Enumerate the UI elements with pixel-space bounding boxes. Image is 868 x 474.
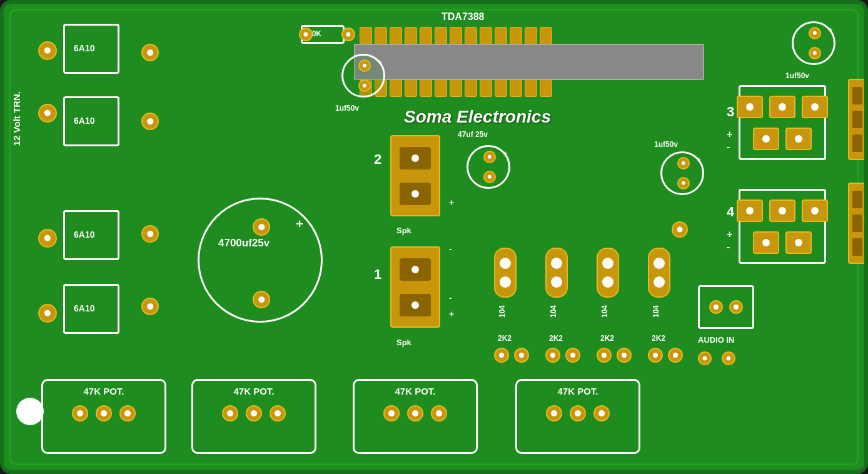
label-2k2-1: 2K2 — [498, 334, 512, 343]
ic-label: TDA7388 — [442, 11, 484, 23]
pad-2k2-1b — [514, 348, 529, 363]
spk4-plus: + — [727, 229, 732, 240]
pot-4: 47K POT. — [515, 379, 640, 454]
cap-47uf-label: 47uf 25v — [458, 130, 488, 139]
spk-3-right — [848, 79, 867, 160]
power-label: 12 Volt TRN. — [11, 91, 22, 146]
num-3: 3 — [727, 104, 734, 120]
pcb-marker — [16, 398, 44, 425]
spk-2 — [390, 135, 440, 216]
spk2-plus: + — [449, 198, 454, 208]
audio-in-conn — [698, 285, 754, 329]
ic-body — [354, 44, 704, 80]
diode-3: 6A10 — [63, 210, 119, 260]
pad-2k2-1a — [494, 348, 509, 363]
cap-104-1-label: 104 — [498, 305, 507, 318]
diode-1: 6A10 — [63, 24, 119, 74]
cap-47uf: + — [467, 145, 510, 189]
pad-2k2-4b — [668, 348, 683, 363]
pad-2k2-3b — [617, 348, 632, 363]
cap-104-4 — [648, 248, 670, 298]
spk-2-label: Spk — [396, 226, 411, 235]
pad-audio-2 — [722, 351, 735, 365]
diode-4: 6A10 — [63, 284, 119, 334]
spk3-minus: - — [727, 141, 730, 153]
cap-main-pad-minus — [253, 291, 270, 308]
pad-trimmer-l — [299, 28, 313, 41]
spk-1-label: Spk — [396, 338, 411, 347]
cap-104-3 — [597, 248, 619, 298]
cap-1uf-rm-label: 1uf50v — [654, 140, 678, 149]
audio-in-label: AUDIO IN — [698, 335, 735, 345]
ic-top-pins — [359, 26, 553, 45]
ic-bottom-pins — [359, 79, 553, 98]
pad-pwr-3 — [38, 229, 57, 248]
spk-4-area — [739, 189, 826, 264]
cap-104-1 — [494, 248, 517, 298]
spk-1 — [390, 246, 440, 328]
pad-d1r — [141, 44, 159, 61]
label-2k2-4: 2K2 — [652, 334, 665, 343]
brand-label: Soma Electronics — [404, 107, 551, 127]
cap-1uf-top: + — [341, 54, 385, 98]
label-2k2-2: 2K2 — [549, 334, 563, 343]
pad-2k2-2b — [565, 348, 580, 363]
spk-3-area — [739, 85, 826, 160]
num-4: 4 — [727, 204, 734, 220]
pad-pwr-1 — [38, 41, 57, 60]
spk-4-label: Spk — [864, 210, 868, 225]
spk3-plus: + — [727, 129, 732, 140]
cap-1uf-rt-label: 1uf50v — [785, 71, 809, 80]
pad-trimmer-r — [341, 28, 355, 41]
num-2: 2 — [374, 151, 381, 168]
diode-2: 6A10 — [63, 96, 119, 146]
cap-main: 4700uf25v + — [198, 198, 323, 323]
pad-2k2-4a — [648, 348, 663, 363]
num-1: 1 — [374, 266, 381, 283]
spk4-minus: - — [727, 241, 730, 253]
pad-d3r — [141, 225, 159, 243]
pcb-board: 12 Volt TRN. 6A10 6A10 6A10 6A10 4700uf2… — [0, 0, 868, 474]
spk1-minus: - — [449, 293, 452, 303]
pad-pwr-2 — [38, 104, 57, 123]
cap-104-3-label: 104 — [600, 305, 609, 318]
cap-main-pad-plus — [253, 218, 270, 236]
cap-1uf-right-top: + — [792, 21, 835, 65]
spk1-plus: + — [449, 309, 454, 319]
pad-d2r — [141, 113, 159, 130]
pad-d4r — [141, 298, 159, 315]
pot-3: 47K POT. — [353, 379, 478, 454]
pot-2: 47K POT. — [191, 379, 316, 454]
label-2k2-3: 2K2 — [600, 334, 614, 343]
spk2-minus: - — [449, 244, 452, 254]
cap-104-4-label: 104 — [652, 305, 660, 318]
pot-1: 47K POT. — [41, 379, 166, 454]
pad-2k2-3a — [597, 348, 612, 363]
pad-pwr-4 — [38, 304, 57, 323]
cap-1uf-top-label: 1uf50v — [335, 104, 359, 113]
pad-misc-1 — [672, 221, 688, 238]
cap-104-2-label: 104 — [549, 305, 558, 318]
spk-3-label: Spk — [864, 104, 868, 119]
pad-audio-1 — [698, 351, 712, 365]
cap-1uf-right-mid: + — [660, 151, 704, 195]
cap-104-2 — [545, 248, 568, 298]
pad-2k2-2a — [545, 348, 560, 363]
